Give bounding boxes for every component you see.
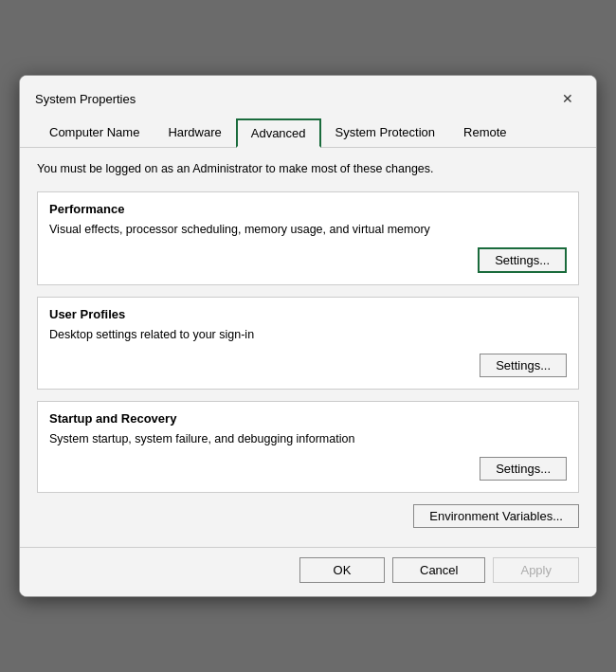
performance-title: Performance [49, 202, 567, 216]
apply-button[interactable]: Apply [493, 557, 579, 583]
user-profiles-settings-button[interactable]: Settings... [480, 354, 567, 377]
performance-desc: Visual effects, processor scheduling, me… [49, 222, 567, 239]
bottom-bar: OK Cancel Apply [20, 547, 596, 596]
tab-bar: Computer Name Hardware Advanced System P… [20, 112, 596, 148]
startup-recovery-title: Startup and Recovery [49, 411, 567, 426]
performance-btn-row: Settings... [49, 247, 567, 273]
tab-advanced[interactable]: Advanced [236, 118, 321, 148]
close-button[interactable]: ✕ [554, 85, 581, 112]
performance-settings-button[interactable]: Settings... [478, 247, 567, 273]
performance-section: Performance Visual effects, processor sc… [37, 191, 579, 286]
ok-button[interactable]: OK [299, 557, 385, 583]
environment-variables-button[interactable]: Environment Variables... [413, 504, 579, 528]
tab-computer-name[interactable]: Computer Name [35, 118, 154, 148]
user-profiles-title: User Profiles [49, 307, 567, 321]
tab-content: You must be logged on as an Administrato… [20, 148, 596, 547]
tab-hardware[interactable]: Hardware [154, 118, 235, 148]
env-variables-row: Environment Variables... [37, 504, 579, 528]
startup-recovery-desc: System startup, system failure, and debu… [49, 431, 567, 448]
window-title: System Properties [35, 92, 136, 106]
title-bar: System Properties ✕ [20, 76, 596, 112]
admin-notice: You must be logged on as an Administrato… [37, 161, 579, 178]
startup-recovery-section: Startup and Recovery System startup, sys… [37, 401, 579, 494]
system-properties-window: System Properties ✕ Computer Name Hardwa… [19, 75, 597, 597]
user-profiles-btn-row: Settings... [49, 354, 567, 377]
startup-recovery-btn-row: Settings... [49, 457, 567, 481]
user-profiles-desc: Desktop settings related to your sign-in [49, 327, 567, 344]
tab-remote[interactable]: Remote [449, 118, 521, 148]
user-profiles-section: User Profiles Desktop settings related t… [37, 297, 579, 390]
startup-recovery-settings-button[interactable]: Settings... [480, 457, 567, 481]
tab-system-protection[interactable]: System Protection [321, 118, 450, 148]
cancel-button[interactable]: Cancel [392, 557, 485, 583]
